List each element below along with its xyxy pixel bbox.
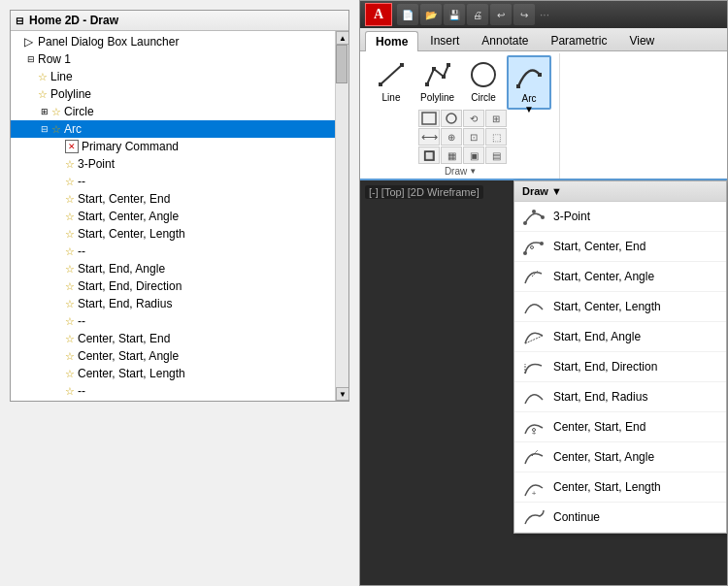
line-label: Line <box>382 92 401 103</box>
tab-parametric[interactable]: Parametric <box>540 30 617 50</box>
tree-item-arc[interactable]: ⊟☆Arc <box>11 120 335 138</box>
dropdown-item-cse[interactable]: +Center, Start, End <box>514 412 726 442</box>
tree-item-sed[interactable]: ☆Start, End, Direction <box>11 277 335 295</box>
svg-line-0 <box>381 65 402 84</box>
dropdown-item-label-sce: Start, Center, End <box>553 240 645 253</box>
tab-view[interactable]: View <box>618 30 665 50</box>
arc-option-icon-ser <box>522 386 546 407</box>
tree-item-sep2[interactable]: ☆-- <box>11 243 335 260</box>
tab-annotate[interactable]: Annotate <box>471 30 539 50</box>
dropdown-item-scl[interactable]: Start, Center, Length <box>514 292 726 322</box>
dropdown-item-label-sed: Start, End, Direction <box>553 360 657 374</box>
plot-btn[interactable]: 🖨 <box>467 4 488 25</box>
svg-point-13 <box>532 210 536 213</box>
tab-home[interactable]: Home <box>365 31 418 51</box>
save-btn[interactable]: 💾 <box>444 4 465 25</box>
rrc-btn-7[interactable]: ⟲ <box>463 110 484 127</box>
dropdown-item-sce[interactable]: Start, Center, End <box>514 232 726 262</box>
svg-text:+: + <box>532 489 537 498</box>
tree-spacer: ▷ <box>24 35 38 49</box>
tree-row-content: ☆Center, Start, Angle <box>65 349 335 363</box>
dropdown-item-continue[interactable]: Continue <box>514 503 726 533</box>
tree-item-scl[interactable]: ☆Start, Center, Length <box>11 225 335 243</box>
title-toolbar: 📄 📂 💾 🖨 ↩ ↪ ··· <box>397 4 552 25</box>
tree-row-content: ☆Start, End, Direction <box>65 279 335 293</box>
tree-item-sep3[interactable]: ☆-- <box>11 312 335 330</box>
svg-rect-2 <box>400 63 404 67</box>
rrc-btn-3[interactable]: ⟷ <box>418 128 440 146</box>
star-icon: ☆ <box>65 245 75 258</box>
dropdown-item-csa[interactable]: Center, Start, Angle <box>514 442 726 472</box>
tree-expander-icon[interactable]: ⊟ <box>24 52 38 66</box>
svg-line-23 <box>532 450 538 456</box>
tree-item-3pt[interactable]: ☆3-Point <box>11 155 335 173</box>
scroll-thumb[interactable] <box>336 45 347 83</box>
circle-button[interactable]: Circle <box>462 55 505 110</box>
rrc-btn-11[interactable]: ▣ <box>463 146 484 164</box>
tree-row-content: ☆Start, Center, Length <box>65 227 335 241</box>
tree-item-csl[interactable]: ☆Center, Start, Length <box>11 365 335 382</box>
tree-item-polyline[interactable]: ☆Polyline <box>11 85 335 103</box>
rrc-btn-8[interactable]: ⊞ <box>485 110 507 127</box>
star-icon: ☆ <box>65 368 75 380</box>
rrc-btn-2[interactable] <box>441 110 462 127</box>
svg-point-15 <box>523 251 527 255</box>
tree-item-row1[interactable]: ⊟Row 1 <box>11 50 335 68</box>
rrc-btn-5[interactable]: 🔲 <box>418 146 440 164</box>
tree-item-panel-dialog[interactable]: ▷Panel Dialog Box Launcher <box>11 33 335 50</box>
dropdown-item-csl[interactable]: +Center, Start, Length <box>514 472 726 503</box>
tree-item-ser[interactable]: ☆Start, End, Radius <box>11 295 335 312</box>
arc-option-icon-scl <box>522 296 546 317</box>
dropdown-item-ser[interactable]: Start, End, Radius <box>514 382 726 412</box>
scroll-down-btn[interactable]: ▼ <box>336 387 348 401</box>
tree-item-label: Start, End, Radius <box>78 297 172 310</box>
tree-item-cse[interactable]: ☆Center, Start, End <box>11 330 335 347</box>
tree-row-content: ✕Primary Command <box>65 140 335 153</box>
dropdown-item-label-csl: Center, Start, Length <box>553 480 661 494</box>
dropdown-item-3point[interactable]: 3-Point <box>514 202 726 232</box>
tree-item-label: Primary Command <box>82 140 179 153</box>
tree-item-csa[interactable]: ☆Center, Start, Angle <box>11 347 335 365</box>
rrc-btn-4[interactable]: ⊕ <box>441 128 462 146</box>
dropdown-item-sca[interactable]: Start, Center, Angle <box>514 262 726 292</box>
scroll-up-btn[interactable]: ▲ <box>336 31 348 45</box>
star-icon: ☆ <box>38 71 48 83</box>
tree-expander-icon[interactable]: ⊟ <box>38 122 51 136</box>
tree-expander-icon[interactable]: ⊞ <box>38 105 51 118</box>
tree-item-sce[interactable]: ☆Start, Center, End <box>11 190 335 208</box>
draw-group-label: Draw ▼ <box>370 164 551 179</box>
tab-insert[interactable]: Insert <box>419 30 470 50</box>
dropdown-item-sea[interactable]: Start, End, Angle <box>514 322 726 352</box>
tree-item-sep4[interactable]: ☆-- <box>11 382 335 400</box>
tree-row-content: ☆Center, Start, End <box>65 332 335 345</box>
polyline-button[interactable]: Polyline <box>414 55 460 110</box>
dropdown-item-label-ser: Start, End, Radius <box>553 390 647 404</box>
line-button[interactable]: Line <box>370 55 413 110</box>
svg-point-7 <box>472 63 495 86</box>
tree-item-label: -- <box>78 175 85 188</box>
rrc-btn-10[interactable]: ⬚ <box>485 128 507 146</box>
tree-item-continue[interactable]: ☆Continue <box>11 400 335 401</box>
tree-item-circle[interactable]: ⊞☆Circle <box>11 103 335 120</box>
undo-btn[interactable]: ↩ <box>490 4 512 25</box>
star-icon: ☆ <box>65 315 75 328</box>
check-icon[interactable]: ✕ <box>65 140 79 153</box>
rrc-btn-12[interactable]: ▤ <box>485 146 507 164</box>
rrc-btn-9[interactable]: ⊡ <box>463 128 484 146</box>
tree-item-primary-cmd[interactable]: ✕Primary Command <box>11 138 335 155</box>
tree-item-line[interactable]: ☆Line <box>11 68 335 85</box>
redo-btn[interactable]: ↪ <box>513 4 535 25</box>
rrc-btn-6[interactable]: ▦ <box>441 146 462 164</box>
tree-scrollbar: ▲ ▼ <box>335 31 348 401</box>
tree-item-sea[interactable]: ☆Start, End, Angle <box>11 260 335 277</box>
tree-row-content: ☆-- <box>65 314 335 328</box>
tree-item-sca[interactable]: ☆Start, Center, Angle <box>11 208 335 225</box>
open-btn[interactable]: 📂 <box>420 4 442 25</box>
new-btn[interactable]: 📄 <box>397 4 418 25</box>
tree-item-sep1[interactable]: ☆-- <box>11 173 335 190</box>
ribbon-tabs: Home Insert Annotate Parametric View <box>360 28 727 51</box>
rrc-btn-1[interactable] <box>418 110 440 127</box>
arc-button[interactable]: Arc▼ <box>507 55 551 110</box>
tree-item-label: Circle <box>64 105 94 118</box>
dropdown-item-sed[interactable]: Start, End, Direction <box>514 352 726 382</box>
